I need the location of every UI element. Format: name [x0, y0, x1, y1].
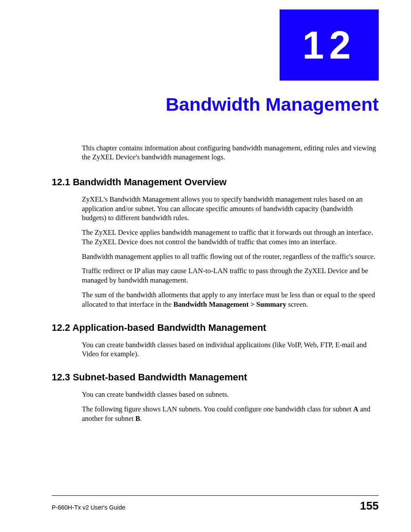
section-heading-12-3: 12.3 Subnet-based Bandwidth Management: [52, 372, 379, 383]
bold-text: A: [353, 405, 358, 413]
body-paragraph: Bandwidth management applies to all traf…: [52, 252, 379, 261]
chapter-intro: This chapter contains information about …: [52, 143, 379, 162]
footer-divider: [52, 495, 379, 496]
body-paragraph: The following figure shows LAN subnets. …: [52, 404, 379, 423]
bold-text: B: [135, 414, 140, 423]
bold-text: Bandwidth Management > Summary: [174, 300, 286, 308]
footer-page-number: 155: [360, 499, 379, 513]
body-paragraph: You can create bandwidth classes based o…: [52, 390, 379, 399]
text-run: The following figure shows LAN subnets. …: [82, 405, 353, 413]
body-paragraph: The sum of the bandwidth allotments that…: [52, 290, 379, 309]
chapter-title: Bandwidth Management: [165, 94, 379, 115]
body-paragraph: ZyXEL's Bandwidth Management allows you …: [52, 195, 379, 223]
section-heading-12-1: 12.1 Bandwidth Management Overview: [52, 177, 379, 188]
chapter-number: 12: [302, 26, 356, 65]
body-paragraph: Traffic redirect or IP alias may cause L…: [52, 266, 379, 285]
text-run: screen.: [286, 300, 308, 308]
footer-row: P-660H-Tx v2 User's Guide 155: [52, 499, 379, 513]
footer-guide-name: P-660H-Tx v2 User's Guide: [52, 504, 125, 511]
body-paragraph: You can create bandwidth classes based o…: [52, 340, 379, 359]
body-paragraph: The ZyXEL Device applies bandwidth manag…: [52, 228, 379, 247]
text-run: .: [140, 414, 142, 423]
section-heading-12-2: 12.2 Application-based Bandwidth Managem…: [52, 322, 379, 333]
page-footer: P-660H-Tx v2 User's Guide 155: [52, 495, 379, 513]
chapter-badge: 12: [280, 9, 379, 81]
page-content: This chapter contains information about …: [52, 143, 379, 428]
